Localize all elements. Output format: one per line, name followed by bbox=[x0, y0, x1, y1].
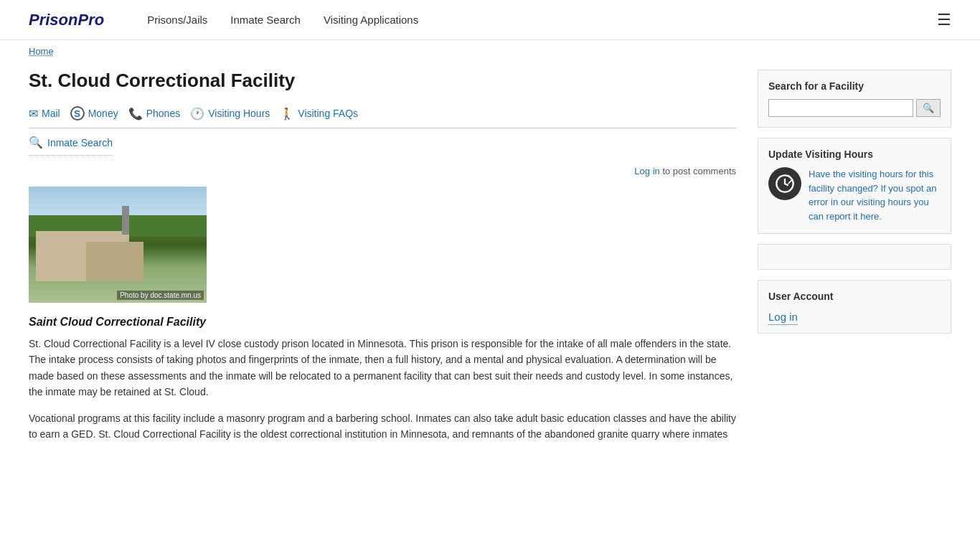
update-visiting-row: Have the visiting hours for this facilit… bbox=[768, 167, 941, 223]
main-content: St. Cloud Correctional Facility ✉ Mail S… bbox=[29, 62, 736, 452]
update-visiting-text: Have the visiting hours for this facilit… bbox=[809, 167, 941, 223]
building-2 bbox=[86, 242, 143, 281]
search-facility-box: Search for a Facility 🔍 bbox=[758, 70, 951, 128]
page-wrapper: St. Cloud Correctional Facility ✉ Mail S… bbox=[0, 62, 980, 452]
update-visiting-box: Update Visiting Hours Have the visiting … bbox=[758, 138, 951, 234]
sidebar-empty-box bbox=[758, 244, 951, 270]
body-paragraph-2: Vocational programs at this facility inc… bbox=[29, 410, 736, 443]
tab-visiting-hours-label: Visiting Hours bbox=[208, 108, 270, 119]
update-visiting-title: Update Visiting Hours bbox=[768, 149, 941, 160]
tab-phones-label: Phones bbox=[146, 108, 180, 119]
tab-mail[interactable]: ✉ Mail bbox=[29, 102, 70, 128]
nav-visiting-applications[interactable]: Visiting Applications bbox=[324, 14, 418, 26]
user-account-title: User Account bbox=[768, 291, 941, 302]
facility-image-inner: Photo by doc.state.mn.us bbox=[29, 187, 207, 303]
facility-image: Photo by doc.state.mn.us bbox=[29, 187, 207, 303]
hamburger-icon[interactable]: ☰ bbox=[937, 11, 951, 29]
nav-prisons-jails[interactable]: Prisons/Jails bbox=[147, 14, 207, 26]
sidebar: Search for a Facility 🔍 Update Visiting … bbox=[758, 62, 951, 452]
tab-phones[interactable]: 📞 Phones bbox=[128, 102, 190, 128]
user-account-box: User Account Log in bbox=[758, 280, 951, 334]
facility-subtitle: Saint Cloud Correctional Facility bbox=[29, 316, 736, 329]
photo-credit: Photo by doc.state.mn.us bbox=[117, 291, 204, 300]
inmate-search-link[interactable]: 🔍 Inmate Search bbox=[29, 136, 113, 156]
person-icon: 🚶 bbox=[280, 107, 294, 121]
clock-update-icon bbox=[775, 174, 795, 194]
log-in-link[interactable]: Log in bbox=[634, 166, 659, 176]
money-icon: S bbox=[70, 106, 85, 121]
log-in-suffix: to post comments bbox=[660, 166, 736, 176]
tab-visiting-hours[interactable]: 🕐 Visiting Hours bbox=[190, 102, 280, 128]
search-facility-input[interactable] bbox=[768, 99, 913, 117]
inmate-search-link-label: Inmate Search bbox=[47, 137, 113, 149]
tab-money[interactable]: S Money bbox=[70, 102, 128, 128]
search-facility-button[interactable]: 🔍 bbox=[916, 99, 941, 117]
brand[interactable]: PrisonPro bbox=[29, 11, 104, 29]
tab-visiting-faqs[interactable]: 🚶 Visiting FAQs bbox=[280, 102, 368, 128]
mail-icon: ✉ bbox=[29, 107, 38, 121]
page-title: St. Cloud Correctional Facility bbox=[29, 70, 736, 92]
tab-money-label: Money bbox=[88, 108, 118, 119]
log-in-post: Log in to post comments bbox=[29, 166, 736, 176]
navbar: PrisonPro Prisons/Jails Inmate Search Vi… bbox=[0, 0, 980, 40]
user-account-login-link[interactable]: Log in bbox=[768, 311, 798, 325]
search-facility-row: 🔍 bbox=[768, 99, 941, 117]
chimney bbox=[122, 206, 129, 235]
nav-links: Prisons/Jails Inmate Search Visiting App… bbox=[147, 14, 937, 26]
clock-tab-icon: 🕐 bbox=[190, 107, 204, 121]
breadcrumb-home[interactable]: Home bbox=[29, 46, 54, 57]
search-icon: 🔍 bbox=[29, 136, 43, 149]
body-paragraph-1: St. Cloud Correctional Facility is a lev… bbox=[29, 336, 736, 400]
search-facility-title: Search for a Facility bbox=[768, 80, 941, 92]
tab-links: ✉ Mail S Money 📞 Phones 🕐 Visiting Hours… bbox=[29, 102, 736, 128]
breadcrumb: Home bbox=[0, 40, 980, 62]
tab-visiting-faqs-label: Visiting FAQs bbox=[298, 108, 358, 119]
clock-icon-container bbox=[768, 167, 801, 200]
nav-inmate-search[interactable]: Inmate Search bbox=[230, 14, 301, 26]
phone-icon: 📞 bbox=[128, 107, 143, 121]
update-visiting-link[interactable]: Have the visiting hours for this facilit… bbox=[809, 169, 937, 222]
tab-mail-label: Mail bbox=[42, 108, 60, 119]
